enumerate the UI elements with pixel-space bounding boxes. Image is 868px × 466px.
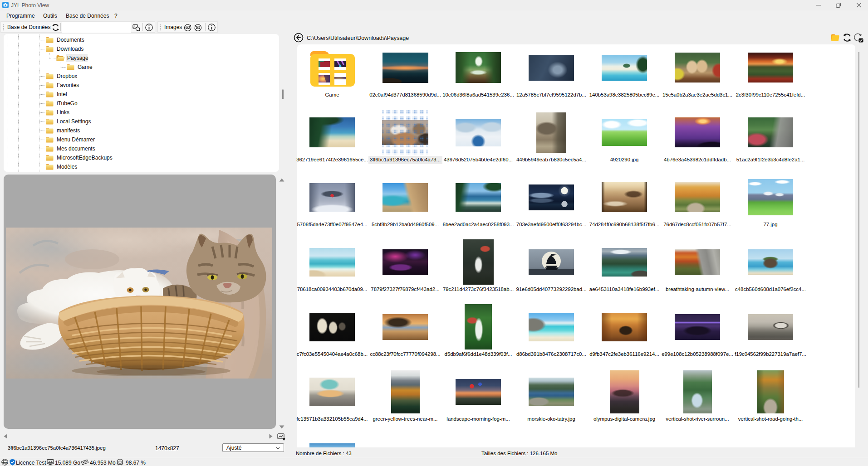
svg-text:www: www (1, 461, 8, 464)
